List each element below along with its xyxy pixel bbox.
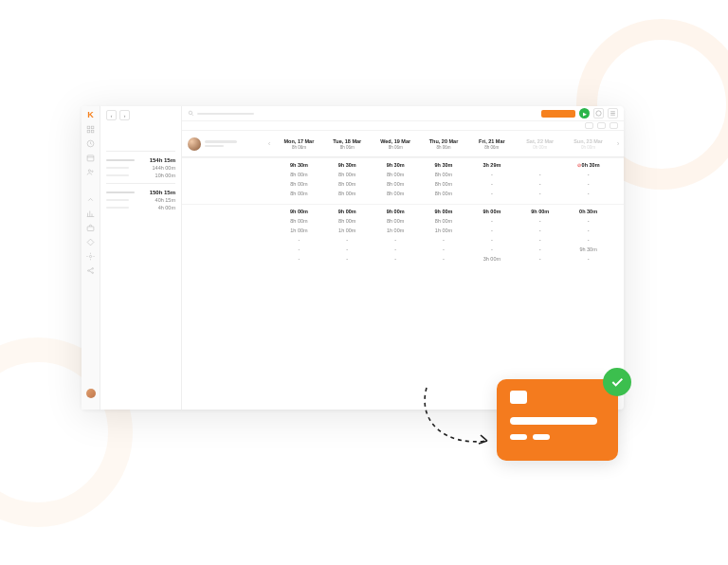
time-cell[interactable]: 8h 00m <box>372 216 420 226</box>
time-cell[interactable]: - <box>372 245 420 254</box>
time-cell[interactable]: 8h 00m <box>275 189 323 198</box>
time-cell[interactable]: 8h 00m <box>275 179 323 189</box>
report-icon[interactable] <box>86 210 95 218</box>
time-cell[interactable]: 9h 00m <box>467 207 516 216</box>
time-cell[interactable]: - <box>323 254 372 264</box>
time-cell[interactable]: - <box>564 170 612 179</box>
time-cell[interactable]: - <box>275 254 323 264</box>
time-cell[interactable]: - <box>323 245 372 254</box>
scroll-right-button[interactable]: › <box>612 139 624 148</box>
time-cell[interactable]: 9h 00m <box>516 207 564 216</box>
time-cell[interactable]: - <box>564 226 612 235</box>
time-cell[interactable]: 9h 00m <box>372 207 420 216</box>
time-cell[interactable]: - <box>372 235 420 245</box>
time-cell[interactable]: - <box>516 226 564 235</box>
time-cell[interactable] <box>516 160 564 170</box>
time-cell[interactable]: 8h 00m <box>420 216 468 226</box>
day-column-header: Mon, 17 Mar8h 06m <box>275 136 323 153</box>
time-cell[interactable]: 8h 00m <box>323 216 372 226</box>
toolbar-button-1[interactable] <box>593 108 604 118</box>
time-cell[interactable]: - <box>564 179 612 189</box>
tag-icon[interactable] <box>86 238 95 246</box>
time-cell[interactable]: - <box>467 189 516 198</box>
briefcase-icon[interactable] <box>86 224 95 232</box>
time-cell[interactable]: 9h 30m <box>372 160 420 170</box>
dashboard-icon[interactable] <box>86 125 95 134</box>
team-icon[interactable] <box>86 168 95 176</box>
share-icon[interactable] <box>86 266 95 275</box>
calendar-icon[interactable] <box>86 154 95 162</box>
time-cell[interactable]: - <box>516 189 564 198</box>
time-cell[interactable]: - <box>564 189 612 198</box>
start-timer-button[interactable]: ▶ <box>579 108 590 118</box>
time-cell[interactable]: 8h 00m <box>372 170 420 179</box>
selected-user[interactable] <box>182 137 264 151</box>
time-cell[interactable]: - <box>516 235 564 245</box>
time-cell[interactable]: - <box>420 245 468 254</box>
prev-period-button[interactable]: ‹ <box>106 110 117 120</box>
time-cell[interactable]: 8h 00m <box>323 179 372 189</box>
time-cell[interactable]: 1h 00m <box>275 226 323 235</box>
card-number-placeholder <box>510 417 597 425</box>
time-cell[interactable]: 9h 00m <box>323 207 372 216</box>
time-cell[interactable]: - <box>275 245 323 254</box>
time-cell[interactable]: 1h 00m <box>420 226 468 235</box>
time-cell[interactable]: - <box>516 216 564 226</box>
time-cell[interactable]: - <box>467 170 516 179</box>
toolbar-button-2[interactable] <box>608 108 618 118</box>
time-cell[interactable]: - <box>420 235 468 245</box>
nav-rail: K <box>82 106 100 410</box>
search-input[interactable] <box>188 110 254 117</box>
time-cell[interactable]: 1h 00m <box>372 226 420 235</box>
view-toggle-2[interactable] <box>597 122 606 129</box>
clock-icon[interactable] <box>86 139 95 148</box>
time-cell[interactable]: 8h 00m <box>275 170 323 179</box>
settings-icon[interactable] <box>86 252 95 261</box>
time-cell[interactable]: 9h 00m <box>420 207 468 216</box>
time-cell[interactable]: 8h 00m <box>372 189 420 198</box>
view-toggle-3[interactable] <box>610 122 618 129</box>
next-period-button[interactable]: › <box>119 110 130 120</box>
time-cell[interactable]: - <box>323 235 372 245</box>
time-cell[interactable]: - <box>467 245 516 254</box>
brand-logo[interactable]: K <box>87 110 94 119</box>
time-cell[interactable]: 8h 00m <box>420 179 468 189</box>
time-cell[interactable]: 1h 00m <box>323 226 372 235</box>
time-cell[interactable]: - <box>516 170 564 179</box>
time-cell[interactable]: - <box>467 235 516 245</box>
chevron-up-icon[interactable] <box>86 195 95 204</box>
time-cell[interactable]: - <box>516 245 564 254</box>
toolbar-secondary <box>182 121 624 131</box>
time-cell[interactable]: 9h 30m <box>420 160 468 170</box>
time-cell[interactable]: - <box>516 254 564 264</box>
time-cell[interactable]: - <box>372 254 420 264</box>
time-cell[interactable]: 8h 00m <box>420 170 468 179</box>
time-cell[interactable]: 3h 29m <box>467 160 516 170</box>
user-avatar-small[interactable] <box>86 389 96 398</box>
time-cell[interactable]: - <box>275 235 323 245</box>
time-cell[interactable]: 8h 00m <box>420 189 468 198</box>
time-cell[interactable]: 8h 00m <box>323 189 372 198</box>
time-cell[interactable]: 9h 30m <box>323 160 372 170</box>
time-cell[interactable]: - <box>564 235 612 245</box>
time-cell[interactable]: - <box>467 179 516 189</box>
time-cell[interactable]: 8h 00m <box>372 179 420 189</box>
time-cell[interactable]: 8h 00m <box>323 170 372 179</box>
time-cell[interactable]: - <box>564 254 612 264</box>
time-cell[interactable]: - <box>467 226 516 235</box>
time-cell[interactable]: - <box>516 179 564 189</box>
time-cell[interactable]: 9h 30m <box>275 160 323 170</box>
time-cell[interactable]: ⊘0h 30m <box>564 160 612 170</box>
time-cell[interactable]: 9h 00m <box>275 207 323 216</box>
time-cell[interactable]: - <box>467 216 516 226</box>
scroll-left-button[interactable]: ‹ <box>264 139 275 148</box>
time-cell[interactable]: - <box>564 216 612 226</box>
view-toggle-1[interactable] <box>585 122 593 129</box>
time-cell[interactable]: 3h 00m <box>467 254 516 264</box>
primary-action-button[interactable] <box>541 110 575 118</box>
time-cell[interactable]: - <box>420 254 468 264</box>
time-cell[interactable]: 8h 00m <box>275 216 323 226</box>
time-cell[interactable]: 9h 30m <box>564 245 612 254</box>
time-cell[interactable]: 0h 30m <box>564 207 612 216</box>
timesheet-row: 1h 00m1h 00m1h 00m1h 00m--- <box>182 226 624 235</box>
